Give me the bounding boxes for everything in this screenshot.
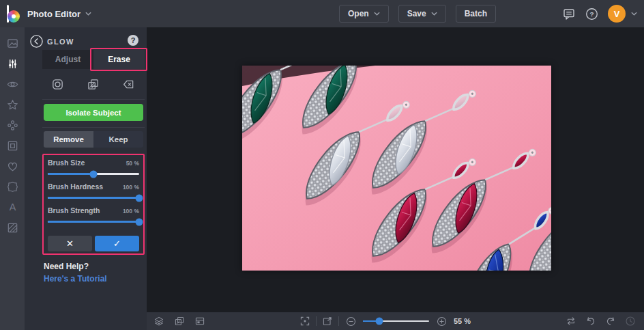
befunky-logo-icon[interactable] <box>7 5 23 23</box>
tab-adjust[interactable]: Adjust <box>42 50 93 69</box>
chevron-down-icon <box>85 12 91 16</box>
image-icon <box>6 37 19 50</box>
slider-label: Brush Strength <box>48 206 100 215</box>
slider-value: 100 % <box>123 184 139 191</box>
duplicate-button[interactable] <box>174 316 185 327</box>
remove-keep-toggle: Remove Keep <box>44 131 143 148</box>
batch-button[interactable]: Batch <box>456 5 496 23</box>
text-icon: A <box>6 201 19 214</box>
photo-editor-app: Photo Editor Open Save Batch ? V <box>0 0 644 330</box>
slider-label: Brush Hardness <box>48 182 103 191</box>
minus-circle-icon <box>346 316 356 327</box>
redo-icon <box>605 316 616 327</box>
invert-mask-icon <box>87 78 100 91</box>
zoom-in-button[interactable] <box>436 316 447 327</box>
sliders-icon <box>6 57 19 70</box>
slider-thumb[interactable] <box>136 194 143 202</box>
save-button[interactable]: Save <box>398 5 446 23</box>
fit-screen-icon <box>299 316 310 327</box>
brush-tip-button[interactable] <box>49 76 66 93</box>
plus-circle-icon <box>437 316 447 327</box>
zoom-out-button[interactable] <box>345 316 356 327</box>
clear-mask-icon <box>122 78 135 91</box>
app-title-menu[interactable]: Photo Editor <box>27 0 91 27</box>
texture-icon <box>6 221 19 234</box>
slider-value: 100 % <box>123 208 139 215</box>
cancel-button[interactable]: ✕ <box>48 236 92 251</box>
template-icon <box>194 316 205 327</box>
layers-icon <box>153 316 164 327</box>
history-clock-icon <box>625 316 636 327</box>
zoom-level-value: 55 % <box>454 317 471 325</box>
layers-button[interactable] <box>153 316 164 327</box>
compare-icon <box>566 316 576 327</box>
panel-help-icon[interactable]: ? <box>128 35 138 46</box>
slider-track[interactable] <box>48 197 139 199</box>
sidebar-item-text[interactable]: A <box>0 197 25 217</box>
slider-thumb[interactable] <box>90 170 98 178</box>
sidebar-item-overlays[interactable] <box>0 176 25 197</box>
confirm-button[interactable]: ✓ <box>95 236 139 251</box>
slider-value: 50 % <box>126 160 139 167</box>
segment-remove[interactable]: Remove <box>44 131 93 148</box>
history-button[interactable] <box>625 316 636 327</box>
star-icon <box>6 98 19 111</box>
svg-text:A: A <box>9 202 16 212</box>
account-chevron-icon[interactable] <box>631 12 637 16</box>
frame-icon <box>6 139 19 152</box>
svg-text:?: ? <box>589 10 594 18</box>
tutorial-link[interactable]: Here's a Tutorial <box>44 274 107 284</box>
slider-track[interactable] <box>48 173 139 175</box>
eye-icon <box>6 78 19 91</box>
brush-strength-slider: Brush Strength 100 % <box>48 206 139 223</box>
sidebar-item-image-manager[interactable] <box>0 33 25 53</box>
preview-button[interactable] <box>322 316 333 327</box>
account-avatar[interactable]: V <box>608 5 626 23</box>
main-tool-sidebar: A <box>0 27 25 330</box>
sidebar-item-effects[interactable] <box>0 94 25 115</box>
open-button[interactable]: Open <box>339 5 389 23</box>
clear-mask-button[interactable] <box>120 76 137 93</box>
help-icon[interactable]: ? <box>585 8 598 20</box>
divider <box>42 99 145 100</box>
fit-screen-button[interactable] <box>299 316 310 327</box>
chevron-down-icon <box>431 12 437 16</box>
undo-icon <box>585 316 596 327</box>
feedback-chat-icon[interactable] <box>562 7 576 20</box>
canvas-area <box>147 27 644 312</box>
brush-size-slider: Brush Size 50 % <box>48 159 139 175</box>
zoom-slider[interactable] <box>363 320 429 322</box>
app-title: Photo Editor <box>27 9 80 19</box>
file-actions: Open Save Batch <box>339 5 496 23</box>
canvas-image[interactable] <box>242 66 551 271</box>
chevron-down-icon <box>374 12 380 16</box>
sidebar-item-graphics[interactable] <box>0 115 25 135</box>
divider <box>42 127 145 128</box>
sidebar-item-favorites[interactable] <box>0 156 25 176</box>
sidebar-item-textures[interactable] <box>0 217 25 238</box>
zoom-slider-thumb[interactable] <box>376 318 383 325</box>
back-button[interactable] <box>29 34 44 49</box>
tab-erase[interactable]: Erase <box>93 50 145 69</box>
template-button[interactable] <box>194 316 205 327</box>
sidebar-item-frames[interactable] <box>0 135 25 156</box>
sidebar-item-touchup[interactable] <box>0 74 25 94</box>
slider-thumb[interactable] <box>136 218 143 225</box>
top-bar: Photo Editor Open Save Batch ? V <box>0 0 644 27</box>
open-preview-icon <box>322 316 333 327</box>
isolate-subject-button[interactable]: Isolate Subject <box>44 104 143 121</box>
slider-track[interactable] <box>48 221 139 223</box>
brush-tip-icon <box>51 78 64 91</box>
sidebar-item-adjust[interactable] <box>0 53 25 74</box>
undo-button[interactable] <box>585 316 596 327</box>
brush-hardness-slider: Brush Hardness 100 % <box>48 182 139 199</box>
invert-mask-button[interactable] <box>85 76 102 93</box>
glow-tool-panel: GLOW ? Adjust Erase Isolate Subject Remo… <box>25 27 147 330</box>
compare-button[interactable] <box>566 316 576 327</box>
dots-cluster-icon <box>6 119 19 132</box>
canvas-toolbar: 55 % <box>147 312 644 330</box>
erase-tools-row <box>42 76 145 94</box>
topbar-right: ? V <box>562 0 637 27</box>
segment-keep[interactable]: Keep <box>93 131 143 148</box>
redo-button[interactable] <box>605 316 616 327</box>
